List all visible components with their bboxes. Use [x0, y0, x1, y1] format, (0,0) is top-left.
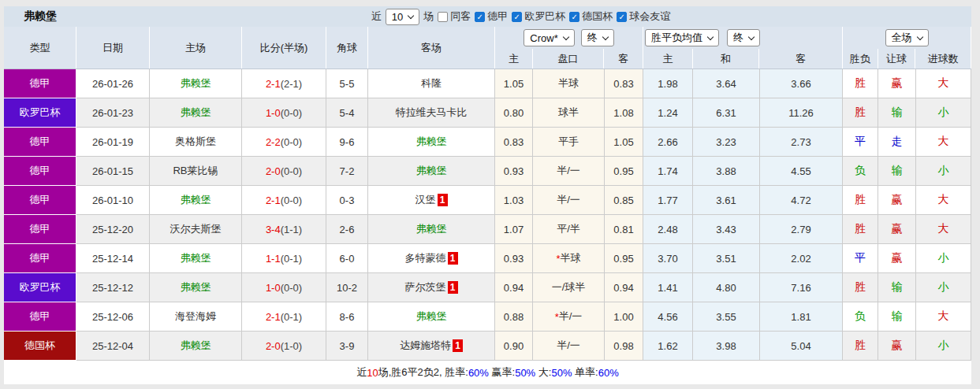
avg-draw-odds: 3.43 [693, 215, 760, 244]
filter-europa-league[interactable]: 欧罗巴杯 [512, 9, 565, 24]
home-team[interactable]: 弗赖堡 [181, 339, 211, 353]
half-time-score: (1-0) [281, 340, 302, 352]
league-badge: 欧罗巴杯 [4, 98, 76, 128]
scope-select[interactable]: 全场 [885, 29, 929, 46]
avg-state-select[interactable]: 终 [727, 29, 760, 46]
filter-label[interactable]: 德国杯 [582, 9, 613, 24]
company-state-select[interactable]: 终 [581, 29, 614, 46]
avg-away-odds: 2.79 [760, 215, 843, 244]
handicap-line: *半/一 [533, 302, 605, 332]
avg-home-odds: 1.41 [643, 273, 693, 302]
result-win-loss: 胜 [855, 76, 866, 91]
handicap-line: 一/球半 [533, 273, 605, 302]
away-team[interactable]: 弗赖堡 [416, 164, 447, 178]
filter-label[interactable]: 球会友谊 [629, 9, 670, 24]
red-card-badge: 1 [453, 339, 463, 352]
avg-odds-group: 胜平负均值 终 主 和 客 [643, 27, 843, 69]
recent-count-select[interactable]: 10 [386, 9, 419, 25]
chevron-down-icon [562, 33, 568, 39]
full-time-score: 2-1 [266, 194, 281, 206]
checkbox-icon[interactable] [475, 12, 485, 22]
chevron-down-icon [408, 12, 414, 18]
odds-away: 1.05 [605, 128, 643, 157]
avg-away-odds: 2.02 [760, 244, 843, 273]
league-badge: 德甲 [4, 157, 76, 186]
table-row: 欧罗巴杯 26-01-23 弗赖堡 1-0(0-0) 5-4 特拉维夫马卡比 0… [4, 98, 971, 128]
league-badge: 德甲 [4, 186, 76, 215]
league-badge: 德甲 [4, 128, 76, 157]
home-team[interactable]: 奥格斯堡 [175, 135, 216, 149]
half-time-score: (0-0) [281, 194, 302, 206]
result-win-loss: 负 [855, 164, 866, 178]
result-win-loss: 胜 [855, 339, 866, 353]
match-score: 2-0(0-0) [242, 157, 326, 186]
home-team[interactable]: 弗赖堡 [181, 76, 211, 91]
odds-home: 0.83 [495, 128, 533, 157]
handicap-text: 半/一 [559, 309, 583, 324]
checkbox-icon[interactable] [617, 12, 627, 22]
filter-same-away[interactable]: 同客 [438, 9, 471, 24]
filter-label[interactable]: 德甲 [487, 9, 508, 24]
away-team[interactable]: 弗赖堡 [416, 309, 447, 324]
away-team[interactable]: 弗赖堡 [416, 135, 447, 149]
match-score: 3-4(1-1) [242, 215, 326, 244]
result-handicap: 输 [892, 106, 903, 120]
summary-text: 赢率: [489, 365, 515, 380]
home-team[interactable]: 弗赖堡 [181, 106, 211, 120]
filter-label[interactable]: 同客 [450, 9, 471, 24]
table-row: 德国杯 25-12-04 弗赖堡 2-0(1-0) 3-9 达姆施塔特1 0.9… [4, 332, 971, 361]
handicap-rate-value: 50% [515, 367, 535, 379]
handicap-text: 一/球半 [552, 280, 586, 295]
match-date: 25-12-06 [76, 302, 150, 332]
away-team[interactable]: 特拉维夫马卡比 [396, 106, 468, 120]
handicap-line: 半/一 [533, 186, 605, 215]
away-team[interactable]: 汉堡 [415, 193, 436, 207]
red-card-badge: 1 [448, 252, 458, 265]
match-score: 2-2(0-0) [242, 128, 326, 157]
table-row: 德甲 26-01-10 弗赖堡 2-1(0-0) 0-3 汉堡1 1.03 半/… [4, 186, 971, 215]
filter-bundesliga[interactable]: 德甲 [475, 9, 508, 24]
result-goals: 小 [938, 106, 949, 120]
checkbox-icon[interactable] [512, 12, 522, 22]
filter-german-cup[interactable]: 德国杯 [569, 9, 613, 24]
result-handicap: 输 [892, 164, 903, 178]
half-time-score: (0-0) [281, 107, 302, 119]
filter-label[interactable]: 欧罗巴杯 [524, 9, 565, 24]
table-row: 德甲 26-01-15 RB莱比锡 2-0(0-0) 7-2 弗赖堡 0.93 … [4, 157, 971, 186]
result-handicap: 赢 [892, 251, 903, 265]
home-team[interactable]: 沃尔夫斯堡 [170, 222, 222, 236]
match-score: 2-1(0-1) [242, 302, 326, 332]
away-team[interactable]: 科隆 [421, 76, 442, 91]
away-team[interactable]: 达姆施塔特 [400, 339, 451, 353]
result-handicap: 赢 [892, 76, 903, 91]
away-team[interactable]: 多特蒙德 [405, 251, 446, 265]
summary-text: 单率: [572, 365, 598, 380]
home-team[interactable]: 弗赖堡 [181, 251, 211, 265]
home-team[interactable]: 弗赖堡 [181, 193, 211, 207]
away-team[interactable]: 弗赖堡 [416, 222, 447, 236]
win-rate-value: 60% [468, 367, 489, 379]
table-row: 德甲 26-01-19 奥格斯堡 2-2(0-0) 9-6 弗赖堡 0.83 平… [4, 128, 971, 157]
checkbox-icon[interactable] [438, 12, 448, 22]
home-team[interactable]: RB莱比锡 [173, 164, 218, 178]
away-team[interactable]: 萨尔茨堡 [405, 280, 446, 295]
summary-text: 场,胜6平2负2, 胜率: [378, 365, 468, 380]
company-select[interactable]: Crow* [524, 29, 574, 46]
full-time-score: 1-1 [266, 253, 281, 265]
half-time-score: (0-0) [281, 165, 302, 177]
home-team[interactable]: 海登海姆 [175, 309, 216, 324]
league-badge: 德国杯 [4, 332, 76, 361]
col-header-home: 主场 [150, 27, 242, 69]
odds-away: 0.95 [605, 244, 643, 273]
checkbox-icon[interactable] [569, 12, 579, 22]
home-team[interactable]: 弗赖堡 [181, 280, 211, 295]
col-header-goals: 进球数 [915, 49, 971, 69]
col-header-avg-away: 客 [759, 49, 842, 69]
corner-count: 10-2 [326, 273, 368, 302]
avg-select[interactable]: 胜平负均值 [645, 29, 719, 46]
corner-count: 2-6 [326, 215, 368, 244]
result-goals: 小 [938, 164, 949, 178]
filter-club-friendly[interactable]: 球会友谊 [617, 9, 670, 24]
avg-away-odds: 5.04 [760, 332, 843, 361]
result-goals: 大 [938, 309, 949, 324]
